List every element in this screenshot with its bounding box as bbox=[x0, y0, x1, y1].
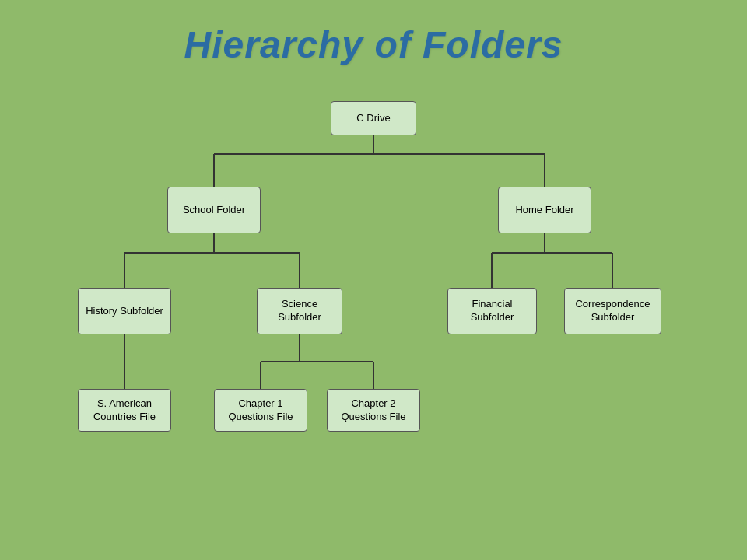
node-chapter1: Chapter 1 Questions File bbox=[214, 389, 307, 432]
node-samerican: S. American Countries File bbox=[78, 389, 171, 432]
node-science: Science Subfolder bbox=[257, 288, 342, 334]
node-cdrive: C Drive bbox=[331, 101, 416, 135]
node-correspondence: Correspondence Subfolder bbox=[564, 288, 661, 334]
node-home: Home Folder bbox=[498, 187, 591, 233]
node-chapter2: Chapter 2 Questions File bbox=[327, 389, 420, 432]
node-school: School Folder bbox=[167, 187, 261, 233]
node-financial: Financial Subfolder bbox=[447, 288, 537, 334]
page-title: Hierarchy of Folders bbox=[0, 0, 747, 66]
node-history: History Subfolder bbox=[78, 288, 171, 334]
tree-container: C Drive School Folder Home Folder Histor… bbox=[0, 86, 747, 560]
